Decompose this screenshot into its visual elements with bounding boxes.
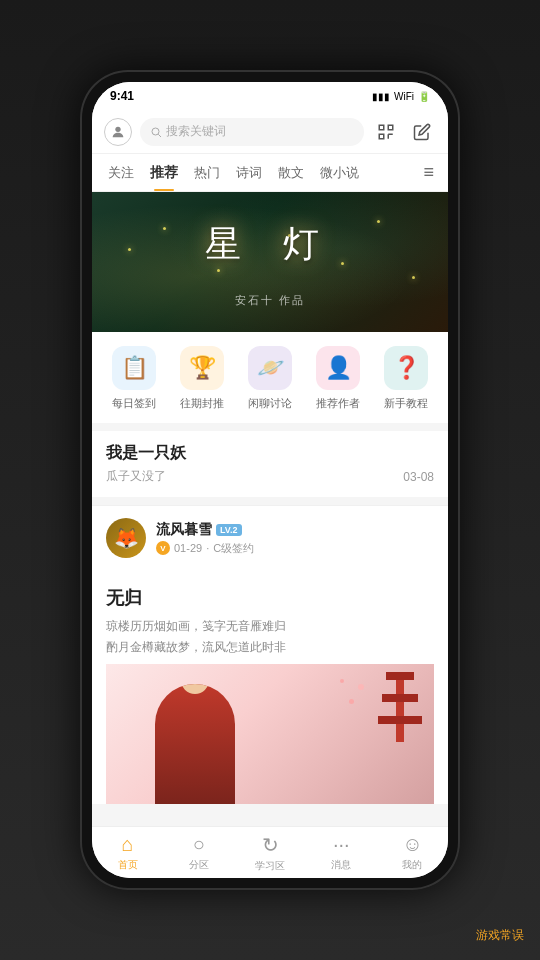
banner-subtitle: 安石十 作品 xyxy=(235,293,305,308)
figure-body xyxy=(155,684,235,804)
message-icon: ··· xyxy=(333,833,350,856)
nav-home[interactable]: ⌂ 首页 xyxy=(92,833,163,872)
top-bar: 搜索关键词 xyxy=(92,110,448,154)
tab-poetry[interactable]: 诗词 xyxy=(228,154,270,191)
guide-label: 新手教程 xyxy=(384,396,428,411)
svg-line-2 xyxy=(158,134,161,137)
article-date: 03-08 xyxy=(403,470,434,484)
nav-tabs: 关注 推荐 热门 诗词 散文 微小说 ≡ xyxy=(92,154,448,192)
article-author: 瓜子又没了 xyxy=(106,468,166,485)
pagoda-roof-top xyxy=(386,672,414,680)
nav-mine[interactable]: ☺ 我的 xyxy=(377,833,448,872)
lv-badge: LV.2 xyxy=(216,524,242,536)
mine-icon: ☺ xyxy=(402,833,422,856)
chat-icon: 🪐 xyxy=(248,346,292,390)
spacer xyxy=(92,804,448,812)
quick-icon-author[interactable]: 👤 推荐作者 xyxy=(316,346,360,411)
firefly-3 xyxy=(217,269,220,272)
phone-frame: 9:41 ▮▮▮ WiFi 🔋 搜索关键词 xyxy=(80,70,460,890)
pagoda-roof-bot xyxy=(378,716,422,724)
battery-icon: 🔋 xyxy=(418,91,430,102)
author-info: 流风暮雪 LV.2 V 01-29 · C级签约 xyxy=(156,521,434,556)
tab-recommend[interactable]: 推荐 xyxy=(142,154,186,191)
seal-icon: 🏆 xyxy=(180,346,224,390)
figure-head xyxy=(181,684,209,694)
tab-prose[interactable]: 散文 xyxy=(270,154,312,191)
pagoda-roof-mid xyxy=(382,694,418,702)
main-content: 星 灯 安石十 作品 📋 每日签到 🏆 往期 xyxy=(92,192,448,826)
status-icons: ▮▮▮ WiFi 🔋 xyxy=(372,91,430,102)
nav-section[interactable]: ○ 分区 xyxy=(163,833,234,872)
scan-icon[interactable] xyxy=(372,118,400,146)
quick-icon-chat[interactable]: 🪐 闲聊讨论 xyxy=(248,346,292,411)
quick-icon-seal[interactable]: 🏆 往期封推 xyxy=(180,346,224,411)
study-icon: ↻ xyxy=(262,833,279,857)
story-card: 无归 琼楼历历烟如画，笺字无音雁难归 酌月金樽藏故梦，流风怎道此时非 xyxy=(92,574,448,804)
watermark: 游戏常误 xyxy=(476,927,524,944)
story-line-2: 酌月金樽藏故梦，流风怎道此时非 xyxy=(106,639,434,656)
nav-more-icon[interactable]: ≡ xyxy=(417,162,440,183)
mine-label: 我的 xyxy=(402,858,422,872)
section-icon: ○ xyxy=(193,833,205,856)
banner-title: 星 灯 xyxy=(205,220,335,269)
svg-rect-5 xyxy=(379,134,384,139)
tab-micro[interactable]: 微小说 xyxy=(312,154,367,191)
tab-hot[interactable]: 热门 xyxy=(186,154,228,191)
bottom-nav: ⌂ 首页 ○ 分区 ↻ 学习区 ··· 消息 ☺ 我的 xyxy=(92,826,448,878)
author-label: 推荐作者 xyxy=(316,396,360,411)
sign-icon: 📋 xyxy=(112,346,156,390)
author-icon: 👤 xyxy=(316,346,360,390)
article-card[interactable]: 我是一只妖 瓜子又没了 03-08 xyxy=(92,431,448,497)
quick-icon-guide[interactable]: ❓ 新手教程 xyxy=(384,346,428,411)
status-time: 9:41 xyxy=(110,89,134,103)
article-title: 我是一只妖 xyxy=(106,443,434,464)
search-placeholder: 搜索关键词 xyxy=(166,123,226,140)
firefly-1 xyxy=(128,248,131,251)
blossom-3 xyxy=(340,679,344,683)
search-box[interactable]: 搜索关键词 xyxy=(140,118,364,146)
quick-icon-sign[interactable]: 📋 每日签到 xyxy=(112,346,156,411)
tab-follow[interactable]: 关注 xyxy=(100,154,142,191)
guide-icon: ❓ xyxy=(384,346,428,390)
svg-rect-4 xyxy=(388,125,393,130)
svg-point-0 xyxy=(115,126,120,131)
home-icon: ⌂ xyxy=(122,833,134,856)
svg-point-1 xyxy=(152,128,159,135)
pagoda-pole xyxy=(396,672,404,742)
signal-icon: ▮▮▮ xyxy=(372,91,390,102)
nav-study[interactable]: ↻ 学习区 xyxy=(234,833,305,873)
section-label: 分区 xyxy=(189,858,209,872)
story-title: 无归 xyxy=(106,586,434,610)
study-label: 学习区 xyxy=(255,859,285,873)
author-post-card[interactable]: 🦊 流风暮雪 LV.2 V 01-29 · C级签约 xyxy=(92,506,448,574)
blossom-1 xyxy=(358,684,364,690)
home-label: 首页 xyxy=(118,858,138,872)
quick-icons-row: 📋 每日签到 🏆 往期封推 🪐 闲聊讨论 xyxy=(92,332,448,423)
story-line-1: 琼楼历历烟如画，笺字无音雁难归 xyxy=(106,618,434,635)
author-row: 🦊 流风暮雪 LV.2 V 01-29 · C级签约 xyxy=(106,518,434,558)
firefly-6 xyxy=(377,220,380,223)
article-meta: 瓜子又没了 03-08 xyxy=(106,468,434,485)
blossom-2 xyxy=(349,699,354,704)
author-avatar: 🦊 xyxy=(106,518,146,558)
nav-message[interactable]: ··· 消息 xyxy=(306,833,377,872)
author-sub: V 01-29 · C级签约 xyxy=(156,541,434,556)
seal-label: 往期封推 xyxy=(180,396,224,411)
sign-label: 每日签到 xyxy=(112,396,156,411)
chat-label: 闲聊讨论 xyxy=(248,396,292,411)
status-bar: 9:41 ▮▮▮ WiFi 🔋 xyxy=(92,82,448,110)
user-avatar[interactable] xyxy=(104,118,132,146)
banner[interactable]: 星 灯 安石十 作品 xyxy=(92,192,448,332)
svg-rect-3 xyxy=(379,125,384,130)
author-name: 流风暮雪 LV.2 xyxy=(156,521,434,539)
story-cover-image[interactable] xyxy=(106,664,434,804)
edit-icon[interactable] xyxy=(408,118,436,146)
message-label: 消息 xyxy=(331,858,351,872)
phone-screen: 9:41 ▮▮▮ WiFi 🔋 搜索关键词 xyxy=(92,82,448,878)
vip-icon: V xyxy=(156,541,170,555)
wifi-icon: WiFi xyxy=(394,91,414,102)
